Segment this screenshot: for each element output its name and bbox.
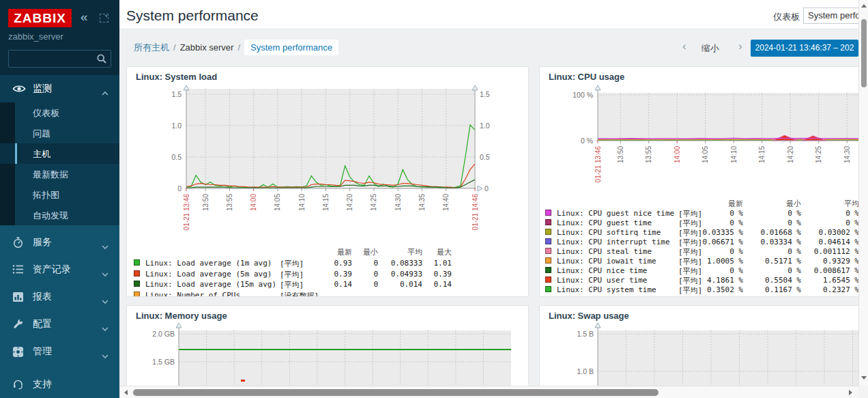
- legend-text: 0.14: [434, 280, 452, 289]
- legend-text: 0: [373, 270, 378, 279]
- sidebar-item-administration[interactable]: 管理: [0, 338, 119, 365]
- legend-text: 0 %: [729, 247, 743, 256]
- legend-text: Linux: Number of CPUs: [145, 291, 240, 298]
- legend-swatch: [545, 276, 551, 283]
- stopwatch-icon: [12, 237, 24, 251]
- legend-text: 1.01: [434, 259, 452, 268]
- time-zoom-out-button[interactable]: 缩小: [701, 42, 719, 55]
- legend-swatch: [134, 270, 140, 276]
- horizontal-scrollbar[interactable]: [120, 386, 858, 398]
- breadcrumb-separator: /: [173, 42, 176, 53]
- legend-text: 0 %: [729, 266, 743, 275]
- sidebar-item-reports[interactable]: 报表: [0, 283, 119, 311]
- legend-swatch: [134, 292, 140, 298]
- legend-text: Linux: CPU guest nice time: [557, 209, 674, 218]
- legend-text: Linux: CPU steal time: [557, 247, 652, 256]
- legend-text: [平均]: [678, 276, 702, 286]
- legend-text: 0.14: [334, 280, 353, 289]
- legend-text: 0.001112 %: [814, 247, 859, 256]
- scroll-right-arrow[interactable]: [849, 390, 852, 395]
- legend-text: 0 %: [845, 218, 859, 227]
- sidebar-collapse-icon[interactable]: «: [81, 10, 88, 25]
- sidebar-item-monitoring[interactable]: 监测: [0, 75, 119, 102]
- sidebar-item-maps[interactable]: 拓扑图: [0, 184, 119, 205]
- legend-text: 0 %: [729, 209, 743, 218]
- breadcrumb-current[interactable]: System performance: [244, 40, 338, 55]
- sidebar-item-hosts[interactable]: 主机: [0, 143, 119, 164]
- vertical-scroll-thumb[interactable]: [861, 19, 867, 87]
- legend-text: 0.04614 %: [818, 238, 859, 246]
- legend-text: [平均]: [678, 266, 702, 276]
- time-range-button[interactable]: 2024-01-21 13:46:37 – 202: [751, 40, 858, 57]
- sidebar-item-support[interactable]: 支持: [0, 373, 119, 398]
- breadcrumb-all-hosts[interactable]: 所有主机: [134, 42, 169, 53]
- legend-text: [平均]: [678, 257, 702, 267]
- chevron-down-icon: [101, 322, 109, 335]
- legend-header: 最新: [337, 247, 352, 257]
- sidebar-item-discovery[interactable]: 自动发现: [0, 205, 119, 225]
- sidebar-item-label: 自动发现: [33, 210, 68, 222]
- legend-text: 0.93: [334, 259, 353, 268]
- legend-text: 4.1861 %: [707, 276, 743, 285]
- legend-swatch: [545, 238, 551, 244]
- gear-icon: [12, 346, 24, 360]
- sidebar-expand-icon[interactable]: [100, 14, 108, 23]
- sidebar-item-label: 仪表板: [33, 107, 59, 119]
- sidebar-section-monitoring: 监测 仪表板问题主机最新数据拓扑图自动发现: [0, 75, 119, 225]
- legend-header: 最新: [728, 199, 743, 209]
- legend-header: 平均: [407, 247, 422, 257]
- legend-text: Linux: Load average (1m avg): [145, 259, 272, 268]
- legend-text: Linux: CPU iowait time: [557, 257, 656, 266]
- sidebar-item-services[interactable]: 服务: [0, 229, 119, 256]
- legend-text: 0.01668 %: [760, 228, 801, 237]
- legend-text: [平均]: [678, 238, 702, 248]
- svg-text:1.5 GB: 1.5 GB: [152, 358, 175, 366]
- legend-text: [平均]: [280, 270, 304, 280]
- legend-swatch: [545, 219, 551, 225]
- legend-text: 0.03335 %: [702, 228, 743, 237]
- legend-text: 0.39: [434, 270, 452, 279]
- sidebar-item-label: 问题: [33, 128, 50, 140]
- reports-chart-icon: [12, 292, 24, 305]
- sidebar-item-label: 支持: [33, 378, 52, 390]
- svg-text:1.5 B: 1.5 B: [577, 330, 594, 338]
- search-icon: [96, 53, 107, 67]
- sidebar-item-dashboard[interactable]: 仪表板: [0, 102, 119, 123]
- legend-text: 1.6545 %: [823, 276, 859, 285]
- legend-text: 0 %: [845, 209, 859, 218]
- sidebar-item-inventory[interactable]: 资产记录: [0, 256, 119, 283]
- time-next-button[interactable]: ›: [738, 40, 742, 53]
- legend-header: 平均: [844, 199, 859, 209]
- time-prev-button[interactable]: ‹: [682, 40, 686, 53]
- sidebar-item-latest-data[interactable]: 最新数据: [0, 164, 119, 184]
- vertical-scrollbar[interactable]: [858, 0, 868, 386]
- legend-text: Linux: CPU nice time: [557, 266, 647, 275]
- system-load-legend: 最新最小平均最大Linux: Load average (1m avg)[平均]…: [127, 67, 528, 296]
- legend-text: 0.04933: [391, 270, 422, 279]
- search-input[interactable]: [8, 50, 111, 68]
- zabbix-logo[interactable]: ZABBIX: [8, 9, 72, 27]
- legend-text: Linux: Load average (15m avg): [145, 280, 276, 289]
- scroll-left-arrow[interactable]: [124, 390, 128, 395]
- panel-system-load: Linux: System load 000.50.51.01.01.51.50…: [126, 66, 529, 297]
- chevron-down-icon: [101, 350, 109, 362]
- legend-text: 0.03002 %: [818, 228, 859, 237]
- sidebar-item-label: 配置: [33, 318, 52, 330]
- chevron-down-icon: [101, 240, 109, 253]
- sidebar-header: ZABBIX « zabbix_server: [0, 0, 119, 75]
- scroll-down-arrow[interactable]: [861, 376, 867, 380]
- sidebar-item-problems[interactable]: 问题: [0, 123, 119, 143]
- legend-swatch: [545, 229, 551, 235]
- sidebar-item-label: 拓扑图: [33, 189, 59, 201]
- headset-icon: [12, 378, 24, 393]
- sidebar-item-configuration[interactable]: 配置: [0, 311, 119, 338]
- horizontal-scroll-thumb[interactable]: [133, 389, 659, 396]
- inventory-list-icon: [12, 264, 24, 277]
- legend-text: 0.39: [334, 270, 353, 279]
- breadcrumb-host[interactable]: Zabbix server: [180, 42, 234, 53]
- legend-swatch: [545, 248, 551, 254]
- scroll-up-arrow[interactable]: [861, 4, 867, 8]
- legend-text: 0.03334 %: [760, 238, 801, 246]
- breadcrumb-separator: /: [237, 42, 240, 53]
- chart-title: Linux: Memory usage: [136, 311, 227, 321]
